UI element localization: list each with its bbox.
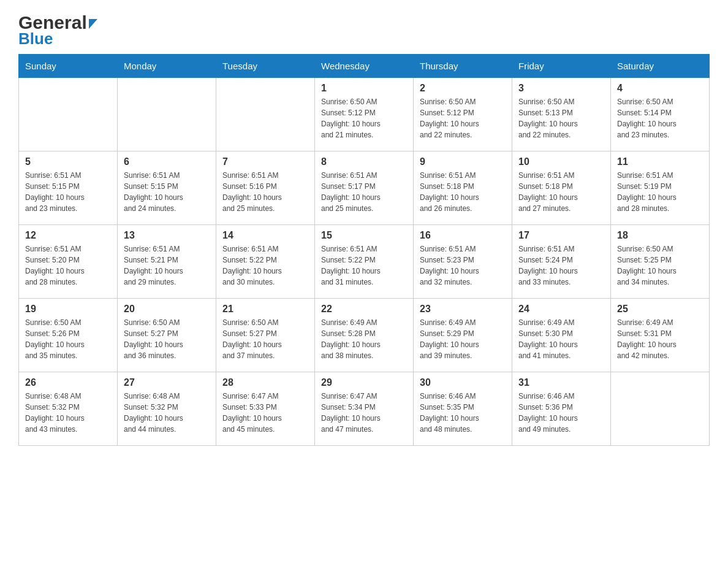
calendar-cell: 7Sunrise: 6:51 AM Sunset: 5:16 PM Daylig… xyxy=(216,151,315,224)
header-cell-saturday: Saturday xyxy=(611,54,710,77)
header-cell-sunday: Sunday xyxy=(19,54,118,77)
calendar-cell: 13Sunrise: 6:51 AM Sunset: 5:21 PM Dayli… xyxy=(118,224,216,298)
day-info: Sunrise: 6:48 AM Sunset: 5:32 PM Dayligh… xyxy=(124,391,210,435)
calendar-week-4: 19Sunrise: 6:50 AM Sunset: 5:26 PM Dayli… xyxy=(19,298,710,372)
calendar-cell: 6Sunrise: 6:51 AM Sunset: 5:15 PM Daylig… xyxy=(118,151,216,224)
calendar-cell: 10Sunrise: 6:51 AM Sunset: 5:18 PM Dayli… xyxy=(512,151,611,224)
day-number: 21 xyxy=(222,304,308,315)
day-info: Sunrise: 6:51 AM Sunset: 5:17 PM Dayligh… xyxy=(321,170,407,214)
calendar-cell: 9Sunrise: 6:51 AM Sunset: 5:18 PM Daylig… xyxy=(414,151,512,224)
calendar-cell: 4Sunrise: 6:50 AM Sunset: 5:14 PM Daylig… xyxy=(611,77,710,151)
calendar-header: SundayMondayTuesdayWednesdayThursdayFrid… xyxy=(19,54,710,77)
calendar-cell: 19Sunrise: 6:50 AM Sunset: 5:26 PM Dayli… xyxy=(19,298,118,372)
day-number: 6 xyxy=(124,156,210,167)
day-info: Sunrise: 6:51 AM Sunset: 5:16 PM Dayligh… xyxy=(222,170,308,214)
day-info: Sunrise: 6:51 AM Sunset: 5:21 PM Dayligh… xyxy=(124,243,210,288)
header-cell-tuesday: Tuesday xyxy=(216,54,315,77)
day-info: Sunrise: 6:51 AM Sunset: 5:20 PM Dayligh… xyxy=(25,243,111,288)
day-info: Sunrise: 6:51 AM Sunset: 5:15 PM Dayligh… xyxy=(25,170,111,214)
day-number: 8 xyxy=(321,156,407,167)
calendar-cell: 20Sunrise: 6:50 AM Sunset: 5:27 PM Dayli… xyxy=(118,298,216,372)
calendar-week-5: 26Sunrise: 6:48 AM Sunset: 5:32 PM Dayli… xyxy=(19,372,710,445)
day-number: 25 xyxy=(617,304,703,315)
calendar-cell: 3Sunrise: 6:50 AM Sunset: 5:13 PM Daylig… xyxy=(512,77,611,151)
day-number: 12 xyxy=(25,230,111,241)
day-number: 31 xyxy=(518,377,604,388)
calendar-cell: 11Sunrise: 6:51 AM Sunset: 5:19 PM Dayli… xyxy=(611,151,710,224)
day-number: 19 xyxy=(25,304,111,315)
day-number: 29 xyxy=(321,377,407,388)
day-number: 16 xyxy=(420,230,506,241)
day-info: Sunrise: 6:50 AM Sunset: 5:27 PM Dayligh… xyxy=(124,317,210,361)
calendar-cell xyxy=(216,77,315,151)
day-number: 23 xyxy=(420,304,506,315)
calendar-cell: 18Sunrise: 6:50 AM Sunset: 5:25 PM Dayli… xyxy=(611,224,710,298)
calendar-cell xyxy=(118,77,216,151)
calendar-cell: 17Sunrise: 6:51 AM Sunset: 5:24 PM Dayli… xyxy=(512,224,611,298)
day-info: Sunrise: 6:50 AM Sunset: 5:14 PM Dayligh… xyxy=(617,96,703,140)
day-number: 20 xyxy=(124,304,210,315)
day-info: Sunrise: 6:50 AM Sunset: 5:12 PM Dayligh… xyxy=(420,96,506,140)
day-number: 24 xyxy=(518,304,604,315)
calendar-cell: 1Sunrise: 6:50 AM Sunset: 5:12 PM Daylig… xyxy=(315,77,414,151)
day-number: 26 xyxy=(25,377,111,388)
day-number: 14 xyxy=(222,230,308,241)
calendar-cell: 16Sunrise: 6:51 AM Sunset: 5:23 PM Dayli… xyxy=(414,224,512,298)
calendar-week-1: 1Sunrise: 6:50 AM Sunset: 5:12 PM Daylig… xyxy=(19,77,710,151)
day-info: Sunrise: 6:47 AM Sunset: 5:33 PM Dayligh… xyxy=(222,391,308,435)
day-number: 5 xyxy=(25,156,111,167)
day-info: Sunrise: 6:51 AM Sunset: 5:22 PM Dayligh… xyxy=(321,243,407,288)
calendar-week-2: 5Sunrise: 6:51 AM Sunset: 5:15 PM Daylig… xyxy=(19,151,710,224)
calendar-cell: 31Sunrise: 6:46 AM Sunset: 5:36 PM Dayli… xyxy=(512,372,611,445)
day-info: Sunrise: 6:49 AM Sunset: 5:28 PM Dayligh… xyxy=(321,317,407,361)
calendar-cell xyxy=(19,77,118,151)
day-number: 27 xyxy=(124,377,210,388)
day-number: 3 xyxy=(518,83,604,94)
header-cell-wednesday: Wednesday xyxy=(315,54,414,77)
calendar-cell: 24Sunrise: 6:49 AM Sunset: 5:30 PM Dayli… xyxy=(512,298,611,372)
day-info: Sunrise: 6:51 AM Sunset: 5:15 PM Dayligh… xyxy=(124,170,210,214)
day-number: 13 xyxy=(124,230,210,241)
logo-line2: Blue xyxy=(18,30,97,48)
header-cell-thursday: Thursday xyxy=(414,54,512,77)
calendar-cell: 26Sunrise: 6:48 AM Sunset: 5:32 PM Dayli… xyxy=(19,372,118,445)
calendar-cell: 21Sunrise: 6:50 AM Sunset: 5:27 PM Dayli… xyxy=(216,298,315,372)
calendar-cell: 30Sunrise: 6:46 AM Sunset: 5:35 PM Dayli… xyxy=(414,372,512,445)
day-info: Sunrise: 6:51 AM Sunset: 5:24 PM Dayligh… xyxy=(518,243,604,288)
calendar-cell: 5Sunrise: 6:51 AM Sunset: 5:15 PM Daylig… xyxy=(19,151,118,224)
day-number: 4 xyxy=(617,83,703,94)
day-number: 9 xyxy=(420,156,506,167)
day-info: Sunrise: 6:49 AM Sunset: 5:30 PM Dayligh… xyxy=(518,317,604,361)
day-info: Sunrise: 6:47 AM Sunset: 5:34 PM Dayligh… xyxy=(321,391,407,435)
day-info: Sunrise: 6:50 AM Sunset: 5:13 PM Dayligh… xyxy=(518,96,604,140)
day-info: Sunrise: 6:50 AM Sunset: 5:25 PM Dayligh… xyxy=(617,243,703,288)
day-info: Sunrise: 6:48 AM Sunset: 5:32 PM Dayligh… xyxy=(25,391,111,435)
day-number: 22 xyxy=(321,304,407,315)
calendar-cell: 25Sunrise: 6:49 AM Sunset: 5:31 PM Dayli… xyxy=(611,298,710,372)
day-number: 7 xyxy=(222,156,308,167)
calendar-cell: 23Sunrise: 6:49 AM Sunset: 5:29 PM Dayli… xyxy=(414,298,512,372)
day-info: Sunrise: 6:51 AM Sunset: 5:19 PM Dayligh… xyxy=(617,170,703,214)
header-cell-friday: Friday xyxy=(512,54,611,77)
calendar-table: SundayMondayTuesdayWednesdayThursdayFrid… xyxy=(18,54,710,446)
calendar-cell: 22Sunrise: 6:49 AM Sunset: 5:28 PM Dayli… xyxy=(315,298,414,372)
day-info: Sunrise: 6:51 AM Sunset: 5:18 PM Dayligh… xyxy=(420,170,506,214)
day-info: Sunrise: 6:50 AM Sunset: 5:12 PM Dayligh… xyxy=(321,96,407,140)
day-number: 10 xyxy=(518,156,604,167)
calendar-cell: 8Sunrise: 6:51 AM Sunset: 5:17 PM Daylig… xyxy=(315,151,414,224)
calendar-body: 1Sunrise: 6:50 AM Sunset: 5:12 PM Daylig… xyxy=(19,77,710,445)
day-info: Sunrise: 6:50 AM Sunset: 5:26 PM Dayligh… xyxy=(25,317,111,361)
calendar-cell: 28Sunrise: 6:47 AM Sunset: 5:33 PM Dayli… xyxy=(216,372,315,445)
day-number: 2 xyxy=(420,83,506,94)
calendar-cell: 2Sunrise: 6:50 AM Sunset: 5:12 PM Daylig… xyxy=(414,77,512,151)
calendar-cell: 29Sunrise: 6:47 AM Sunset: 5:34 PM Dayli… xyxy=(315,372,414,445)
calendar-cell: 15Sunrise: 6:51 AM Sunset: 5:22 PM Dayli… xyxy=(315,224,414,298)
header-row: SundayMondayTuesdayWednesdayThursdayFrid… xyxy=(19,54,710,77)
day-info: Sunrise: 6:46 AM Sunset: 5:36 PM Dayligh… xyxy=(518,391,604,435)
day-info: Sunrise: 6:51 AM Sunset: 5:23 PM Dayligh… xyxy=(420,243,506,288)
day-info: Sunrise: 6:49 AM Sunset: 5:31 PM Dayligh… xyxy=(617,317,703,361)
day-number: 18 xyxy=(617,230,703,241)
day-number: 28 xyxy=(222,377,308,388)
day-number: 30 xyxy=(420,377,506,388)
page-header: General Blue xyxy=(18,12,710,48)
